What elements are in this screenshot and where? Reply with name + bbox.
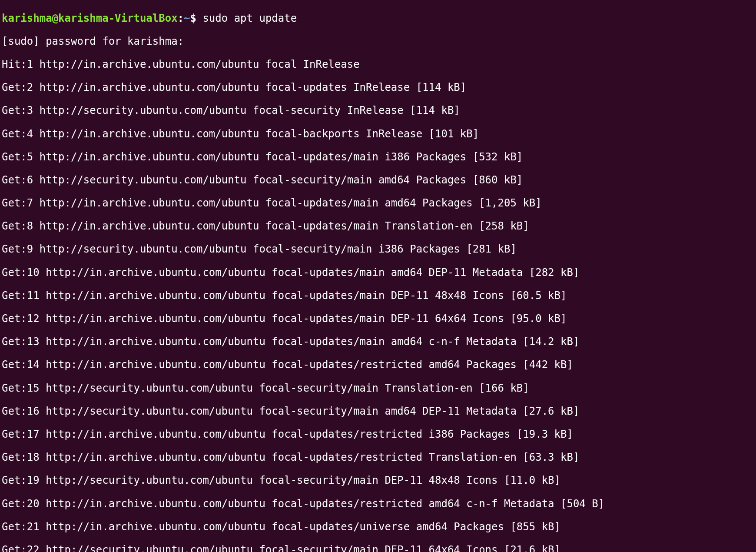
output-line: Get:11 http://in.archive.ubuntu.com/ubun…	[2, 290, 754, 302]
output-line: Get:22 http://security.ubuntu.com/ubuntu…	[2, 544, 754, 552]
output-line: Get:5 http://in.archive.ubuntu.com/ubunt…	[2, 151, 754, 163]
output-line: [sudo] password for karishma:	[2, 36, 754, 47]
output-line: Get:4 http://in.archive.ubuntu.com/ubunt…	[2, 128, 754, 140]
output-line: Get:12 http://in.archive.ubuntu.com/ubun…	[2, 313, 754, 325]
output-line: Get:13 http://in.archive.ubuntu.com/ubun…	[2, 336, 754, 348]
output-line: Get:6 http://security.ubuntu.com/ubuntu …	[2, 174, 754, 186]
prompt-line: karishma@karishma-VirtualBox:~$ sudo apt…	[2, 13, 754, 24]
terminal-window[interactable]: karishma@karishma-VirtualBox:~$ sudo apt…	[0, 0, 756, 552]
command-text: sudo apt update	[202, 12, 297, 24]
output-line: Get:18 http://in.archive.ubuntu.com/ubun…	[2, 452, 754, 463]
prompt-user-host: karishma@karishma-VirtualBox	[2, 12, 178, 24]
prompt-dollar: $	[190, 12, 202, 24]
prompt-colon: :	[178, 12, 184, 24]
output-line: Get:8 http://in.archive.ubuntu.com/ubunt…	[2, 220, 754, 232]
output-line: Get:16 http://security.ubuntu.com/ubuntu…	[2, 406, 754, 417]
output-line: Get:9 http://security.ubuntu.com/ubuntu …	[2, 243, 754, 255]
output-line: Get:17 http://in.archive.ubuntu.com/ubun…	[2, 429, 754, 440]
output-line: Get:7 http://in.archive.ubuntu.com/ubunt…	[2, 197, 754, 209]
output-line: Get:15 http://security.ubuntu.com/ubuntu…	[2, 382, 754, 394]
output-line: Hit:1 http://in.archive.ubuntu.com/ubunt…	[2, 59, 754, 70]
prompt-path: ~	[184, 12, 190, 24]
output-line: Get:2 http://in.archive.ubuntu.com/ubunt…	[2, 82, 754, 93]
output-line: Get:20 http://in.archive.ubuntu.com/ubun…	[2, 498, 754, 510]
output-line: Get:10 http://in.archive.ubuntu.com/ubun…	[2, 267, 754, 279]
output-line: Get:14 http://in.archive.ubuntu.com/ubun…	[2, 359, 754, 371]
output-line: Get:21 http://in.archive.ubuntu.com/ubun…	[2, 521, 754, 533]
output-line: Get:19 http://security.ubuntu.com/ubuntu…	[2, 475, 754, 486]
output-line: Get:3 http://security.ubuntu.com/ubuntu …	[2, 105, 754, 116]
